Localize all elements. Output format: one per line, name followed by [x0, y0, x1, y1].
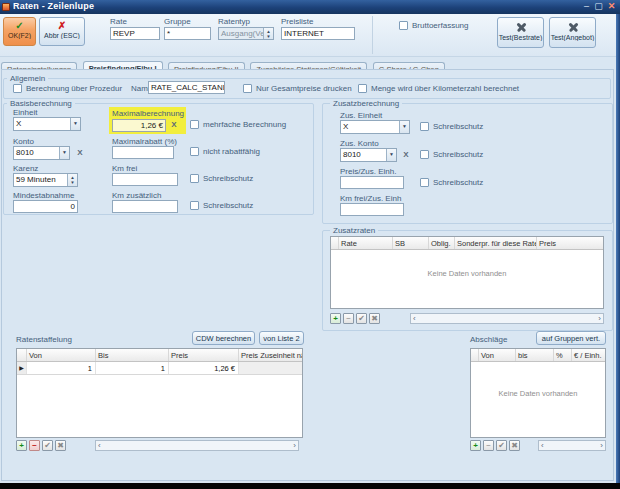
app-icon: [2, 3, 10, 11]
abschlaege-hscrollbar[interactable]: ‹ ›: [538, 440, 606, 451]
ratenstaffelung-table[interactable]: Von Bis Preis Preis Zuseinheit nä ▶ 1 1 …: [16, 348, 303, 438]
name-field[interactable]: RATE_CALC_STANDAR: [148, 81, 225, 94]
delete-row-button[interactable]: −: [29, 440, 40, 451]
column-header[interactable]: Rate: [339, 237, 393, 249]
km-zusaetzlich-label: Km zusätzlich: [112, 191, 161, 200]
delete-row-button[interactable]: −: [483, 440, 494, 451]
km-zusaetzlich-field[interactable]: [112, 200, 178, 213]
chevron-down-icon[interactable]: ▼: [70, 118, 80, 130]
einheit-dropdown[interactable]: X ▼: [13, 117, 81, 131]
ratentyp-spinner[interactable]: Ausgang(Ver ▲▼: [218, 27, 274, 40]
gesamtpreise-checkbox[interactable]: [243, 84, 252, 93]
scroll-right-icon[interactable]: ›: [293, 441, 296, 450]
cell-bis[interactable]: 1: [96, 362, 169, 374]
mehrfache-berechnung-checkbox[interactable]: [190, 120, 199, 129]
von-liste2-button[interactable]: von Liste 2: [259, 331, 304, 345]
cancel-edit-button[interactable]: ✖: [509, 440, 520, 451]
column-header[interactable]: Oblig.: [429, 237, 455, 249]
auf-gruppen-vert-button[interactable]: auf Gruppen vert.: [536, 331, 606, 345]
chevron-down-icon[interactable]: ▼: [59, 147, 69, 159]
ratentyp-value: Ausgang(Ver: [221, 29, 267, 38]
post-edit-button[interactable]: ✔: [356, 313, 367, 324]
menge-kilometer-checkbox[interactable]: [358, 84, 367, 93]
column-header[interactable]: Sonderpr. für diese Rate: [455, 237, 537, 249]
post-edit-button[interactable]: ✔: [42, 440, 53, 451]
cancel-edit-button[interactable]: ✖: [55, 440, 66, 451]
ratenstaffelung-hscrollbar[interactable]: ‹ ›: [95, 440, 299, 451]
schreibschutz-label: Schreibschutz: [433, 150, 483, 159]
spinner-icon[interactable]: ▲▼: [67, 174, 77, 186]
column-header[interactable]: € / Einh.: [572, 349, 605, 361]
column-header[interactable]: Preis: [169, 349, 239, 361]
maximalberechnung-clear-button[interactable]: X: [168, 119, 180, 131]
zus-konto-dropdown[interactable]: 8010 ▼: [340, 148, 397, 162]
cancel-edit-button[interactable]: ✖: [369, 313, 380, 324]
rate-field[interactable]: REVP: [110, 27, 160, 40]
preisliste-field[interactable]: INTERNET: [281, 27, 355, 40]
gruppe-field[interactable]: *: [164, 27, 211, 40]
schreibschutz-checkbox[interactable]: [420, 178, 429, 187]
scroll-left-icon[interactable]: ‹: [413, 314, 416, 323]
abschlaege-title: Abschläge: [470, 335, 507, 344]
column-header[interactable]: Preis Zuseinheit nä: [239, 349, 302, 361]
column-header[interactable]: Von: [27, 349, 96, 361]
test-bestrate-button[interactable]: Test(Bestrate): [497, 17, 544, 48]
column-header[interactable]: Bis: [96, 349, 169, 361]
column-header[interactable]: %: [554, 349, 572, 361]
schreibschutz-label: Schreibschutz: [203, 201, 253, 210]
konto-dropdown[interactable]: 8010 ▼: [13, 146, 70, 160]
zus-einheit-dropdown[interactable]: X ▼: [340, 120, 410, 134]
scroll-left-icon[interactable]: ‹: [98, 441, 101, 450]
maximalberechnung-field[interactable]: 1,26 €: [112, 119, 166, 132]
schreibschutz-checkbox[interactable]: [190, 174, 199, 183]
column-header[interactable]: bis: [516, 349, 554, 361]
scroll-right-icon[interactable]: ›: [600, 441, 603, 450]
bruttoerfassung-checkbox[interactable]: [399, 21, 408, 30]
karenz-label: Karenz: [13, 164, 38, 173]
konto-value: 8010: [16, 148, 34, 157]
delete-row-button[interactable]: −: [343, 313, 354, 324]
column-header[interactable]: Von: [479, 349, 516, 361]
zusatzraten-table[interactable]: Rate SB Oblig. Sonderpr. für diese Rate …: [330, 236, 604, 309]
km-frei-field[interactable]: [112, 173, 178, 186]
cdw-berechnen-button[interactable]: CDW berechnen: [192, 331, 255, 345]
scroll-left-icon[interactable]: ‹: [541, 441, 544, 450]
table-row[interactable]: ▶ 1 1 1,26 €: [17, 362, 302, 375]
zusatzraten-hscrollbar[interactable]: ‹ ›: [410, 313, 604, 324]
ok-button[interactable]: ✓ OK(F2): [3, 17, 36, 46]
close-icon[interactable]: ✕: [606, 0, 617, 13]
add-row-button[interactable]: +: [16, 440, 27, 451]
chevron-down-icon[interactable]: ▼: [386, 149, 396, 161]
zus-konto-clear-button[interactable]: X: [400, 149, 412, 161]
schreibschutz-checkbox[interactable]: [420, 150, 429, 159]
gesamtpreise-label: Nur Gesamtpreise drucken: [256, 84, 352, 93]
column-header[interactable]: Preis: [537, 237, 603, 249]
cell-von[interactable]: 1: [27, 362, 96, 374]
konto-clear-button[interactable]: X: [74, 147, 86, 159]
km-frei-zus-einh-field[interactable]: [340, 203, 404, 216]
maximize-icon[interactable]: ▢: [593, 0, 604, 13]
allgemein-group-title: Allgemein: [7, 74, 48, 83]
maximalrabatt-field[interactable]: [112, 146, 174, 159]
schreibschutz-checkbox[interactable]: [420, 122, 429, 131]
spinner-icon[interactable]: ▲▼: [263, 28, 273, 39]
basisberechnung-group-title: Basisberechnung: [7, 99, 75, 108]
nicht-rabattfaehig-checkbox[interactable]: [190, 147, 199, 156]
preis-zus-einh-field[interactable]: [340, 176, 404, 189]
post-edit-button[interactable]: ✔: [496, 440, 507, 451]
cell-zuseinheit[interactable]: [239, 362, 302, 374]
berechnung-prozedur-checkbox[interactable]: [13, 84, 22, 93]
minimize-icon[interactable]: –: [581, 0, 592, 13]
add-row-button[interactable]: +: [470, 440, 481, 451]
test-angebot-button[interactable]: Test(Angebot): [549, 17, 596, 48]
chevron-down-icon[interactable]: ▼: [399, 121, 409, 133]
scroll-right-icon[interactable]: ›: [598, 314, 601, 323]
cell-preis[interactable]: 1,26 €: [169, 362, 239, 374]
schreibschutz-checkbox[interactable]: [190, 201, 199, 210]
add-row-button[interactable]: +: [330, 313, 341, 324]
karenz-spinner[interactable]: 59 Minuten ▲▼: [13, 173, 78, 187]
abschlaege-table[interactable]: Von bis % € / Einh. Keine Daten vorhande…: [470, 348, 606, 438]
cancel-button[interactable]: ✗ Abbr (ESC): [39, 17, 85, 46]
mindestabnahme-field[interactable]: 0: [13, 200, 78, 213]
column-header[interactable]: SB: [393, 237, 429, 249]
